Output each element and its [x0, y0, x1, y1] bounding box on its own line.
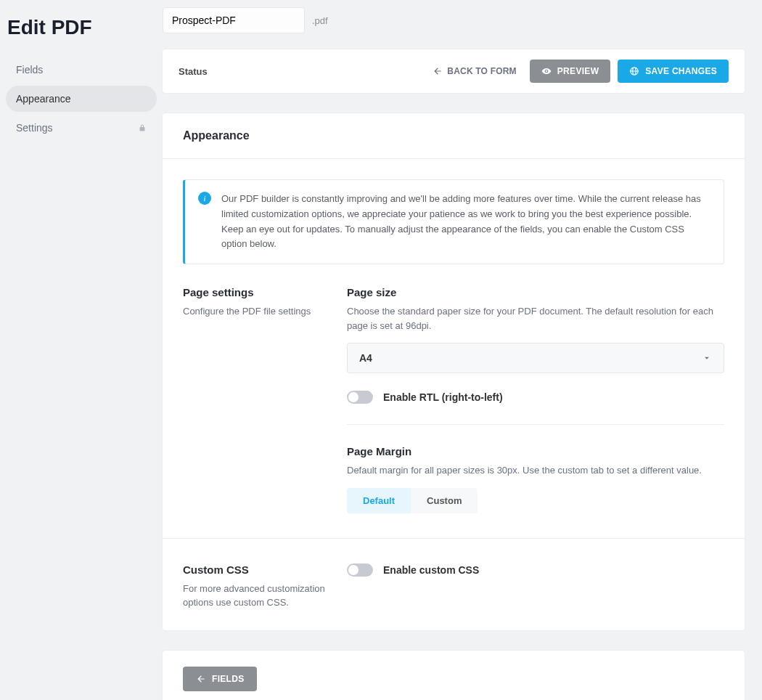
divider	[347, 424, 724, 425]
pdf-name-row: .pdf	[163, 7, 745, 33]
custom-css-desc: For more advanced customization options …	[183, 582, 329, 610]
lock-icon	[138, 123, 147, 132]
footer-card: FIELDS	[163, 651, 745, 700]
custom-css-toggle[interactable]	[347, 563, 373, 577]
fields-label: FIELDS	[212, 674, 244, 684]
info-text: Our PDF builder is constantly improving …	[221, 192, 710, 252]
info-icon: i	[198, 192, 211, 205]
custom-css-label: Enable custom CSS	[383, 564, 479, 576]
appearance-card: Appearance i Our PDF builder is constant…	[163, 113, 745, 630]
info-banner: i Our PDF builder is constantly improvin…	[183, 179, 724, 264]
page-size-select[interactable]: A4	[347, 343, 724, 373]
sidebar: Edit PDF Fields Appearance Settings	[0, 0, 163, 700]
status-card: Status BACK TO FORM PREVIEW SAVE CHANGES	[163, 49, 745, 93]
status-actions: BACK TO FORM PREVIEW SAVE CHANGES	[433, 60, 729, 83]
save-changes-button[interactable]: SAVE CHANGES	[618, 60, 729, 83]
page-settings-title: Page settings	[183, 286, 329, 298]
appearance-header: Appearance	[163, 113, 745, 159]
divider	[163, 538, 745, 539]
globe-icon	[629, 66, 639, 76]
page-title: Edit PDF	[7, 16, 157, 39]
margin-tabs: Default Custom	[347, 488, 724, 513]
pdf-extension-label: .pdf	[312, 15, 328, 26]
page-margin-desc: Default margin for all paper sizes is 30…	[347, 463, 724, 478]
eye-icon	[541, 66, 552, 76]
custom-css-toggle-row: Enable custom CSS	[347, 563, 724, 577]
save-label: SAVE CHANGES	[645, 66, 717, 76]
sidebar-nav: Fields Appearance Settings	[6, 57, 157, 141]
rtl-toggle[interactable]	[347, 391, 373, 404]
sidebar-item-label: Fields	[16, 64, 43, 76]
rtl-label: Enable RTL (right-to-left)	[383, 391, 503, 403]
page-size-value: A4	[359, 352, 372, 364]
page-size-desc: Choose the standard paper size for your …	[347, 304, 724, 333]
back-to-form-label: BACK TO FORM	[447, 66, 517, 76]
page-size-title: Page size	[347, 286, 724, 298]
sidebar-item-label: Appearance	[16, 93, 71, 105]
back-to-form-link[interactable]: BACK TO FORM	[433, 66, 517, 76]
custom-css-row: Custom CSS For more advanced customizati…	[183, 563, 724, 610]
sidebar-item-settings[interactable]: Settings	[6, 115, 157, 141]
preview-label: PREVIEW	[557, 66, 599, 76]
fields-button[interactable]: FIELDS	[183, 667, 257, 691]
sidebar-item-fields[interactable]: Fields	[6, 57, 157, 83]
page-settings-desc: Configure the PDF file settings	[183, 304, 329, 319]
tab-custom[interactable]: Custom	[411, 488, 478, 513]
appearance-heading: Appearance	[183, 129, 724, 142]
arrow-left-icon	[196, 674, 206, 684]
sidebar-item-label: Settings	[16, 122, 53, 134]
arrow-left-icon	[433, 66, 443, 76]
page-margin-title: Page Margin	[347, 445, 724, 457]
tab-default[interactable]: Default	[347, 488, 411, 513]
custom-css-title: Custom CSS	[183, 563, 329, 576]
status-label: Status	[179, 66, 208, 77]
main-content: .pdf Status BACK TO FORM PREVIEW SA	[163, 0, 762, 700]
rtl-toggle-row: Enable RTL (right-to-left)	[347, 391, 724, 404]
chevron-down-icon	[702, 353, 712, 363]
sidebar-item-appearance[interactable]: Appearance	[6, 86, 157, 112]
page-settings-row: Page settings Configure the PDF file set…	[183, 286, 724, 513]
pdf-name-input[interactable]	[163, 7, 305, 33]
preview-button[interactable]: PREVIEW	[530, 60, 610, 83]
